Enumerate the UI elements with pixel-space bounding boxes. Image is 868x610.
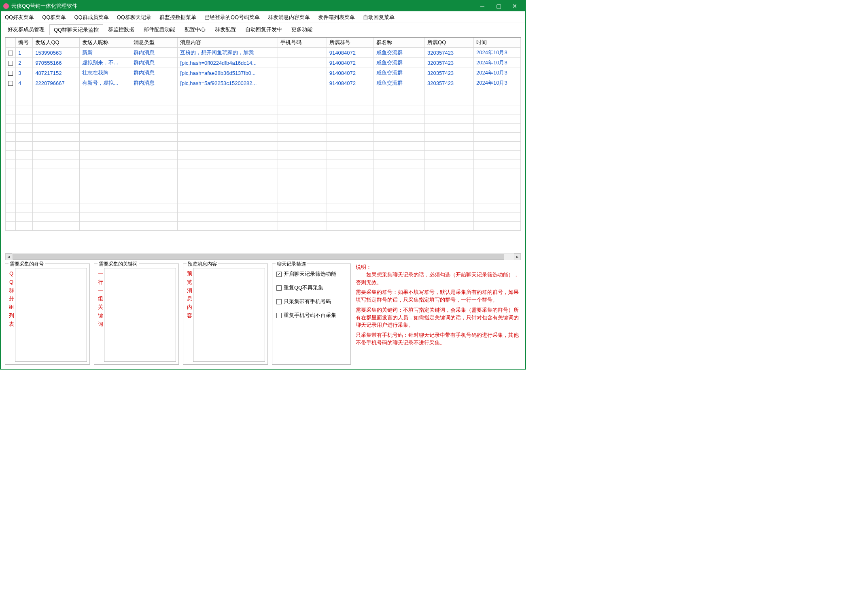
cell-time: 2024年10月3 <box>474 58 521 68</box>
maximize-button[interactable]: ▢ <box>490 1 507 11</box>
keyword-list[interactable] <box>104 268 176 362</box>
tab-2[interactable]: 群监控数据 <box>104 24 139 35</box>
tab-3[interactable]: 邮件配置功能 <box>139 24 180 35</box>
table-row-empty <box>6 142 521 151</box>
cell-ownqq: 320357423 <box>425 68 474 78</box>
cell-phone <box>278 48 327 58</box>
col-header[interactable]: 所属QQ <box>425 38 474 48</box>
tab-7[interactable]: 更多功能 <box>287 24 317 35</box>
col-header[interactable]: 消息内容 <box>178 38 278 48</box>
table-row[interactable]: 42220796667有新号，虚拟...群内消息[pic,hash=5af922… <box>6 78 521 88</box>
cell-msg: [pic,hash=afae28b36d5137fb0... <box>178 68 278 78</box>
row-checkbox[interactable] <box>8 51 13 55</box>
filter-option-1[interactable]: 重复QQ不再采集 <box>276 283 348 292</box>
menu-item-8[interactable]: 自动回复菜单 <box>362 13 395 22</box>
row-checkbox[interactable] <box>8 71 13 76</box>
table-header-row: 编号发送人QQ发送人昵称消息类型消息内容手机号码所属群号群名称所属QQ时间 <box>6 38 521 48</box>
cell-phone <box>278 58 327 68</box>
col-header[interactable]: 群名称 <box>374 38 424 48</box>
filter-option-2[interactable]: 只采集带有手机号码 <box>276 297 348 306</box>
checkbox-icon[interactable] <box>276 313 282 318</box>
cell-grpid: 914084072 <box>327 48 374 58</box>
menu-item-2[interactable]: QQ群成员菜单 <box>73 13 109 22</box>
cell-msg: [pic,hash=5af92253c15200282... <box>178 78 278 88</box>
table-row-empty <box>6 151 521 159</box>
row-checkbox[interactable] <box>8 81 13 86</box>
col-header[interactable]: 手机号码 <box>278 38 327 48</box>
desc-p3: 需要采集的关键词：不填写指定关键词，会采集（需要采集的群号）所有在群里面发言的人… <box>356 306 520 329</box>
menu-item-0[interactable]: QQ好友菜单 <box>4 13 35 22</box>
description-panel: 说明： 如果想采集聊天记录的话，必须勾选（开始聊天记录筛选功能），否则无效。 需… <box>355 264 521 365</box>
scroll-right-arrow[interactable]: ► <box>514 253 521 260</box>
panel-chat-filter: 聊天记录筛选 开启聊天记录筛选功能重复QQ不再采集只采集带有手机号码重复手机号码… <box>272 264 351 365</box>
table-row-empty <box>6 106 521 115</box>
filter-option-0[interactable]: 开启聊天记录筛选功能 <box>276 270 348 278</box>
col-header[interactable]: 时间 <box>474 38 521 48</box>
panel-collect-group-ids: 需要采集的群号 QQ群分组列表 <box>5 264 90 365</box>
cell-qq: 153990563 <box>33 48 80 58</box>
menu-item-3[interactable]: QQ群聊天记录 <box>116 13 152 22</box>
preview-area[interactable] <box>193 268 265 362</box>
table-row-empty <box>6 124 521 133</box>
table-row[interactable]: 3487217152壮志在我胸群内消息[pic,hash=afae28b36d5… <box>6 68 521 78</box>
horizontal-scrollbar[interactable]: ◄ ► <box>5 253 521 260</box>
data-grid[interactable]: 编号发送人QQ发送人昵称消息类型消息内容手机号码所属群号群名称所属QQ时间 11… <box>5 38 521 253</box>
cell-phone <box>278 68 327 78</box>
cell-msg: 互粉的，想开闲鱼玩家的，加我 <box>178 48 278 58</box>
cell-qq: 970555166 <box>33 58 80 68</box>
tabbar: 好友群成员管理QQ群聊天记录监控群监控数据邮件配置功能配置中心群发配置自动回复开… <box>1 23 525 35</box>
tab-1[interactable]: QQ群聊天记录监控 <box>49 24 103 35</box>
cell-nick: 壮志在我胸 <box>80 68 131 78</box>
scroll-left-arrow[interactable]: ◄ <box>5 253 12 260</box>
menu-item-4[interactable]: 群监控数据菜单 <box>159 13 197 22</box>
filter-label: 重复QQ不再采集 <box>284 284 323 291</box>
menu-item-5[interactable]: 已经登录的QQ号码菜单 <box>204 13 261 22</box>
filter-option-3[interactable]: 重复手机号码不再采集 <box>276 311 348 320</box>
menu-item-6[interactable]: 群发消息内容菜单 <box>267 13 311 22</box>
col-header[interactable]: 消息类型 <box>131 38 178 48</box>
cell-grpname: 咸鱼交流群 <box>374 78 424 88</box>
col-header[interactable]: 所属群号 <box>327 38 374 48</box>
tab-5[interactable]: 群发配置 <box>210 24 240 35</box>
table-row-empty <box>6 195 521 204</box>
cell-type: 群内消息 <box>131 78 178 88</box>
col-header[interactable]: 发送人QQ <box>33 38 80 48</box>
table-row-empty <box>6 222 521 231</box>
data-table: 编号发送人QQ发送人昵称消息类型消息内容手机号码所属群号群名称所属QQ时间 11… <box>5 38 521 231</box>
panel-legend: 需要采集的关键词 <box>98 261 139 268</box>
menu-item-1[interactable]: QQ群菜单 <box>41 13 67 22</box>
cell-msg: [pic,hash=0ff0224dfb4a16dc14... <box>178 58 278 68</box>
tab-6[interactable]: 自动回复开发中 <box>241 24 287 35</box>
row-checkbox[interactable] <box>8 61 13 66</box>
cell-ownqq: 320357423 <box>425 78 474 88</box>
vertical-label-keywords: 一行一组关键词 <box>97 268 104 362</box>
menu-item-7[interactable]: 发件箱列表菜单 <box>317 13 356 22</box>
scroll-thumb[interactable] <box>13 254 504 260</box>
panel-collect-keywords: 需要采集的关键词 一行一组关键词 <box>94 264 179 365</box>
checkbox-icon[interactable] <box>276 285 282 291</box>
table-row-empty <box>6 115 521 124</box>
tab-4[interactable]: 配置中心 <box>180 24 210 35</box>
filter-label: 只采集带有手机号码 <box>284 298 331 305</box>
table-row[interactable]: 1153990563新新群内消息互粉的，想开闲鱼玩家的，加我914084072咸… <box>6 48 521 58</box>
vertical-label-groups: QQ群分组列表 <box>8 268 15 362</box>
group-id-list[interactable] <box>15 268 87 362</box>
filter-label: 重复手机号码不再采集 <box>284 312 336 319</box>
col-header[interactable]: 发送人昵称 <box>80 38 131 48</box>
cell-grpname: 咸鱼交流群 <box>374 68 424 78</box>
col-header[interactable]: 编号 <box>16 38 33 48</box>
titlebar: 云侠QQ营销一体化管理软件 ─ ▢ ✕ <box>1 1 525 11</box>
checkbox-icon[interactable] <box>276 299 282 304</box>
tab-0[interactable]: 好友群成员管理 <box>3 24 49 35</box>
cell-grpname: 咸鱼交流群 <box>374 58 424 68</box>
vertical-label-preview: 预览消息内容 <box>186 268 193 362</box>
desc-p2: 需要采集的群号：如果不填写群号，默认是采集所有的群的群号，如果填写指定群号的话，… <box>356 289 520 304</box>
table-row-empty <box>6 159 521 168</box>
table-row-empty <box>6 133 521 142</box>
table-row[interactable]: 2970555166虚拟别来，不...群内消息[pic,hash=0ff0224… <box>6 58 521 68</box>
scroll-track[interactable] <box>12 253 514 260</box>
close-button[interactable]: ✕ <box>507 1 523 11</box>
cell-time: 2024年10月3 <box>474 48 521 58</box>
checkbox-icon[interactable] <box>276 272 282 277</box>
minimize-button[interactable]: ─ <box>474 1 490 11</box>
